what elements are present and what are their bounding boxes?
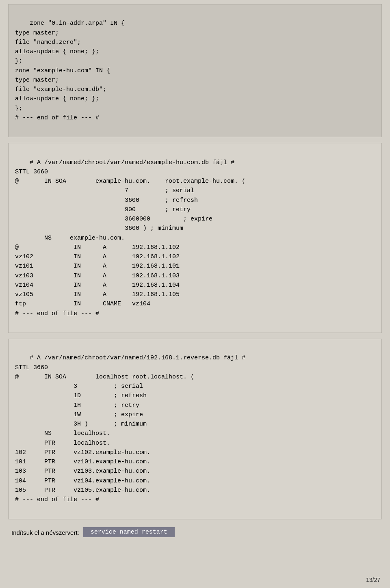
- code-block-reverse-db: # A /var/named/chroot/var/named/192.168.…: [8, 339, 382, 519]
- code-block-example-db-text: # A /var/named/chroot/var/named/example-…: [15, 159, 245, 317]
- code-block-example-db: # A /var/named/chroot/var/named/example-…: [8, 143, 382, 333]
- command-highlight: service named restart: [83, 527, 175, 537]
- code-block-reverse-db-text: # A /var/named/chroot/var/named/192.168.…: [15, 355, 245, 503]
- footer-line: Indítsuk el a névszervert: service named…: [8, 525, 382, 539]
- code-block-zone: zone "0.in-addr.arpa" IN { type master; …: [8, 4, 382, 137]
- code-block-zone-text: zone "0.in-addr.arpa" IN { type master; …: [15, 20, 125, 121]
- footer-text: Indítsuk el a névszervert:: [10, 529, 79, 536]
- page-container: zone "0.in-addr.arpa" IN { type master; …: [0, 0, 390, 588]
- page-number: 13/27: [366, 577, 380, 583]
